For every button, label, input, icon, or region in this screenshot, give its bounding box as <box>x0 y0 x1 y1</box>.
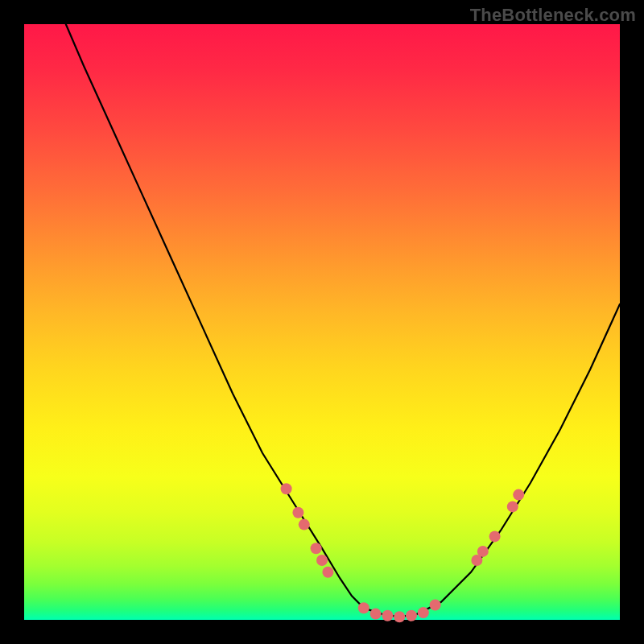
curve-marker <box>370 609 382 620</box>
curve-marker <box>311 543 322 554</box>
curve-marker <box>406 610 417 621</box>
curve-marker <box>281 483 292 494</box>
chart-svg <box>24 24 620 620</box>
curve-marker <box>299 519 310 530</box>
watermark-text: TheBottleneck.com <box>470 5 636 26</box>
curve-marker <box>507 501 518 512</box>
curve-marker <box>513 489 524 501</box>
curve-marker <box>382 610 393 621</box>
curve-marker <box>292 507 303 518</box>
curve-marker <box>316 555 328 566</box>
curve-marker <box>477 546 489 557</box>
curve-marker <box>394 611 405 622</box>
curve-marker <box>358 602 369 613</box>
curve-marker <box>322 567 333 578</box>
curve-marker <box>489 530 501 542</box>
chart-stage: TheBottleneck.com <box>0 0 644 644</box>
curve-marker <box>430 600 441 611</box>
bottleneck-curve <box>66 24 620 617</box>
curve-marker <box>418 607 429 618</box>
plot-area <box>24 24 620 620</box>
curve-markers <box>281 483 525 622</box>
